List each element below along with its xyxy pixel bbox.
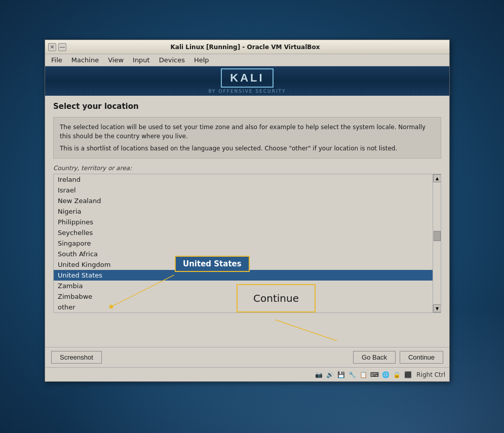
status-icon-4: 🔧 <box>347 370 357 379</box>
list-item[interactable]: United Kingdom <box>54 259 433 270</box>
scroll-down-button[interactable]: ▼ <box>433 304 441 312</box>
list-item-selected[interactable]: United States <box>54 270 433 281</box>
status-icon-8: 🔒 <box>392 370 401 379</box>
bottom-bar: Screenshot Go Back Continue <box>45 347 449 367</box>
scrollbar-thumb[interactable] <box>434 231 441 241</box>
right-ctrl-label: Right Ctrl <box>416 371 445 378</box>
scrollbar-track[interactable] <box>433 182 441 304</box>
country-list-container: Ireland Israel New Zealand Nigeria Phili… <box>53 174 441 313</box>
svg-line-2 <box>275 320 376 341</box>
status-icon-3: 💾 <box>336 370 345 379</box>
list-item[interactable]: Zambia <box>54 281 433 291</box>
scrollbar[interactable]: ▲ ▼ <box>433 174 441 312</box>
list-item[interactable]: Nigeria <box>54 206 433 217</box>
menu-devices[interactable]: Devices <box>155 55 189 65</box>
status-bar: 📷 🔊 💾 🔧 📋 ⌨ 🌐 🔒 ⬛ Right Ctrl <box>45 367 449 381</box>
list-item[interactable]: Ireland <box>54 174 433 185</box>
list-item[interactable]: Singapore <box>54 238 433 249</box>
list-item[interactable]: New Zealand <box>54 195 433 206</box>
title-bar: × — Kali Linux [Running] - Oracle VM Vir… <box>45 40 449 54</box>
scroll-up-button[interactable]: ▲ <box>433 174 441 182</box>
continue-button[interactable]: Continue <box>400 351 443 364</box>
kali-logo-text: KALI <box>221 68 273 88</box>
list-item[interactable]: Seychelles <box>54 227 433 238</box>
kali-logo-subtitle: BY OFFENSIVE SECURITY <box>208 89 286 94</box>
menu-help[interactable]: Help <box>190 55 213 65</box>
status-icon-9: ⬛ <box>403 370 412 379</box>
status-icon-6: ⌨ <box>370 370 379 379</box>
list-item[interactable]: other <box>54 302 433 312</box>
list-item[interactable]: Zimbabwe <box>54 291 433 302</box>
list-item[interactable]: Israel <box>54 185 433 195</box>
screenshot-button[interactable]: Screenshot <box>51 351 102 364</box>
country-list-scroll[interactable]: Ireland Israel New Zealand Nigeria Phili… <box>54 174 433 312</box>
status-icon-5: 📋 <box>359 370 368 379</box>
menu-input[interactable]: Input <box>129 55 154 65</box>
kali-logo: KALI BY OFFENSIVE SECURITY <box>208 68 286 94</box>
list-item[interactable]: Philippines <box>54 217 433 227</box>
window-controls: × — <box>48 43 66 51</box>
description-text-1: The selected location will be used to se… <box>60 123 435 141</box>
bottom-left-buttons: Screenshot <box>51 351 102 364</box>
kali-header: KALI BY OFFENSIVE SECURITY <box>45 66 449 96</box>
status-icon-1: 📷 <box>314 370 323 379</box>
window-title: Kali Linux [Running] - Oracle VM Virtual… <box>66 44 424 51</box>
bottom-right-buttons: Go Back Continue <box>353 351 443 364</box>
close-button[interactable]: × <box>48 43 56 51</box>
menu-machine[interactable]: Machine <box>67 55 103 65</box>
go-back-button[interactable]: Go Back <box>353 351 396 364</box>
virtualbox-window: × — Kali Linux [Running] - Oracle VM Vir… <box>45 40 450 382</box>
menu-file[interactable]: File <box>47 55 66 65</box>
list-item[interactable]: South Africa <box>54 249 433 259</box>
menu-bar: File Machine View Input Devices Help <box>45 54 449 66</box>
section-title: Select your location <box>53 102 441 111</box>
minimize-button[interactable]: — <box>58 43 66 51</box>
content-area: Select your location The selected locati… <box>45 96 449 347</box>
country-label: Country, territory or area: <box>53 165 441 172</box>
description-text-2: This is a shortlist of locations based o… <box>60 144 435 153</box>
status-icon-2: 🔊 <box>325 370 334 379</box>
status-icon-7: 🌐 <box>381 370 390 379</box>
description-box: The selected location will be used to se… <box>53 117 441 159</box>
menu-view[interactable]: View <box>104 55 128 65</box>
